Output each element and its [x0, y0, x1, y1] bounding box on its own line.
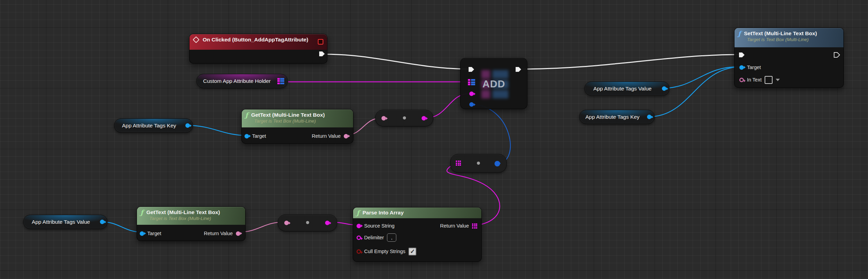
function-node-title: GetText (Multi-Line Text Box)	[251, 112, 325, 118]
delegate-pin[interactable]	[318, 39, 323, 45]
target-pin-label: Target	[147, 231, 161, 236]
conversion-node-array-middle[interactable]	[450, 154, 507, 173]
checkmark-icon: ✓	[410, 248, 415, 255]
cull-empty-strings-label: Cull Empty Strings	[364, 249, 405, 254]
variable-pill-custom-app-attribute-holder[interactable]: Custom App Attribute Holder	[196, 74, 288, 88]
function-node-parse-into-array[interactable]: ƒ Parse Into Array Source String Return …	[353, 207, 482, 262]
exec-out-pin[interactable]	[834, 52, 840, 58]
function-node-header: ƒ GetText (Multi-Line Text Box) Target i…	[137, 207, 245, 225]
target-pin[interactable]	[140, 231, 144, 236]
delimiter-pin[interactable]	[357, 235, 361, 240]
blueprint-graph-canvas[interactable]: On Clicked (Button_AddAppTagAttribute) C…	[0, 0, 868, 279]
object-pin[interactable]	[185, 123, 190, 128]
function-node-subtitle: Target is Text Box (Multi-Line)	[254, 118, 316, 124]
function-node-gettext-bottom[interactable]: ƒ GetText (Multi-Line Text Box) Target i…	[137, 206, 246, 241]
conversion-input-array-pin[interactable]	[456, 161, 461, 166]
function-icon: ƒ	[140, 209, 143, 216]
cull-empty-strings-checkbox[interactable]: ✓	[408, 248, 416, 256]
conversion-input-pin[interactable]	[284, 221, 289, 225]
return-value-label: Return Value	[440, 223, 469, 229]
in-text-input[interactable]	[765, 76, 773, 84]
variable-pill-app-attribute-tags-key-right[interactable]: App Attribute Tags Key	[579, 110, 655, 124]
object-pin[interactable]	[647, 115, 652, 119]
variable-pill-label: App Attribute Tags Key	[122, 123, 176, 129]
conversion-dot-icon	[403, 116, 406, 119]
function-icon: ƒ	[738, 30, 741, 37]
event-node-header: On Clicked (Button_AddAppTagAttribute)	[190, 34, 327, 50]
wire-obj-keypill-to-gettext-top[interactable]	[187, 125, 246, 135]
dropdown-caret-icon[interactable]	[776, 79, 780, 81]
add-node-label: ADD	[482, 78, 505, 90]
exec-out-pin[interactable]	[515, 67, 521, 72]
object-pin[interactable]	[662, 86, 666, 91]
conversion-output-pin[interactable]	[495, 161, 500, 166]
delimiter-value: ,	[391, 235, 393, 240]
conversion-output-pin[interactable]	[325, 221, 330, 225]
cull-empty-strings-pin[interactable]	[357, 249, 361, 254]
conversion-dot-icon	[477, 162, 480, 165]
return-value-array-pin[interactable]	[472, 223, 477, 229]
in-text-pin[interactable]	[739, 78, 744, 82]
event-diamond-icon	[193, 36, 200, 43]
delimiter-input[interactable]: ,	[387, 233, 396, 242]
return-value-label: Return Value	[204, 231, 233, 236]
variable-pill-app-attribute-tags-value-bottom[interactable]: App Attribute Tags Value	[23, 215, 108, 229]
function-node-title: SetText (Multi-Line Text Box)	[744, 30, 817, 37]
conversion-input-pin[interactable]	[381, 116, 386, 121]
return-value-label: Return Value	[312, 133, 341, 139]
wire-exec-add-to-settext[interactable]	[522, 55, 740, 69]
function-node-settext[interactable]: ƒ SetText (Multi-Line Text Box) Target i…	[734, 28, 844, 88]
event-node-title: On Clicked (Button_AddAppTagAttribute)	[203, 36, 308, 43]
wire-obj-valuepill-right-to-settext[interactable]	[661, 67, 739, 88]
variable-pill-label: Custom App Attribute Holder	[203, 78, 271, 84]
exec-in-pin[interactable]	[468, 67, 474, 72]
exec-in-pin[interactable]	[739, 52, 745, 58]
function-icon: ƒ	[245, 112, 248, 118]
object-pin[interactable]	[100, 220, 104, 224]
target-pin-label: Target	[252, 133, 266, 139]
function-node-subtitle: Target is Text Box (Multi-Line)	[747, 37, 809, 42]
target-pin[interactable]	[244, 134, 249, 138]
map-input-pin[interactable]	[468, 79, 475, 85]
map-pin[interactable]	[277, 78, 285, 84]
event-node-on-clicked[interactable]: On Clicked (Button_AddAppTagAttribute)	[189, 34, 327, 64]
variable-pill-app-attribute-tags-value-right[interactable]: App Attribute Tags Value	[584, 81, 670, 96]
target-pin[interactable]	[739, 65, 744, 70]
source-string-pin[interactable]	[357, 224, 361, 228]
function-node-header: ƒ Parse Into Array	[353, 208, 481, 218]
source-string-label: Source String	[364, 223, 395, 229]
exec-out-pin[interactable]	[319, 51, 325, 57]
map-add-node[interactable]: ADD	[460, 58, 527, 109]
target-pin-label: Target	[747, 65, 761, 70]
function-node-gettext-top[interactable]: ƒ GetText (Multi-Line Text Box) Target i…	[241, 109, 353, 144]
value-input-pin[interactable]	[469, 102, 474, 107]
wire-exec-onclicked-to-add[interactable]	[325, 54, 469, 69]
function-icon: ƒ	[357, 209, 359, 216]
function-node-title: GetText (Multi-Line Text Box)	[146, 209, 220, 216]
function-node-header: ƒ GetText (Multi-Line Text Box) Target i…	[242, 109, 353, 127]
variable-pill-label: App Attribute Tags Value	[32, 219, 90, 225]
variable-pill-label: App Attribute Tags Value	[593, 86, 652, 92]
key-input-pin[interactable]	[469, 92, 474, 96]
variable-pill-app-attribute-tags-key-left[interactable]: App Attribute Tags Key	[114, 118, 193, 133]
conversion-dot-icon	[306, 221, 309, 224]
function-node-header: ƒ SetText (Multi-Line Text Box) Target i…	[735, 28, 843, 47]
function-node-title: Parse Into Array	[362, 209, 404, 216]
variable-pill-label: App Attribute Tags Key	[585, 114, 640, 120]
conversion-node-text-to-string-bottom[interactable]	[278, 214, 337, 231]
return-value-pin[interactable]	[236, 231, 240, 236]
conversion-output-pin[interactable]	[422, 116, 426, 121]
conversion-node-text-to-string-top[interactable]	[375, 110, 433, 126]
return-value-pin[interactable]	[344, 134, 348, 138]
delimiter-label: Delimiter	[364, 235, 384, 240]
in-text-label: In Text	[747, 77, 761, 83]
function-node-subtitle: Target is Text Box (Multi-Line)	[149, 216, 211, 221]
